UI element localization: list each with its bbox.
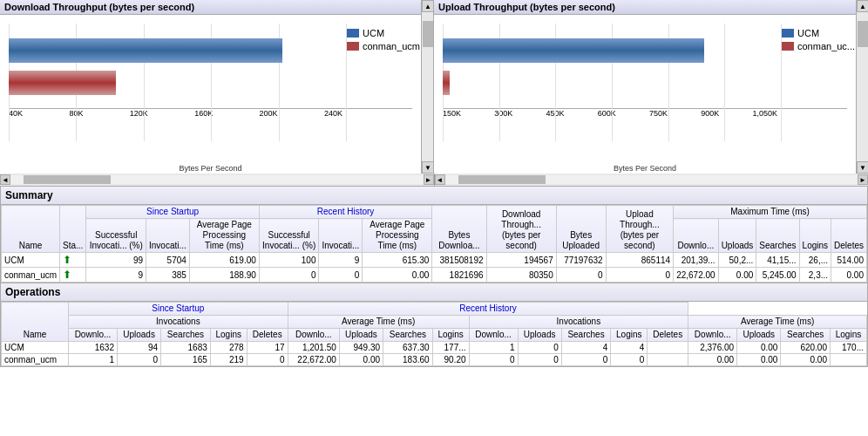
left-hscroll-track	[10, 175, 424, 184]
left-conman-bar	[9, 71, 116, 95]
summary-row-conman: conman_ucm ⬆ 9 385 188.90 0 0 0.00 18216…	[2, 268, 867, 283]
ops-col-rh-inv-login: Logins	[611, 329, 648, 342]
summary-group-recent-history: Recent History	[259, 206, 431, 219]
summary-conman-ss-inv: 385	[146, 268, 190, 283]
ops-group-since-startup: Since Startup	[69, 303, 288, 316]
ops-conman-name: conman_ucm	[2, 354, 69, 366]
summary-col-rh-succ: Successful Invocati... (%)	[259, 219, 319, 253]
summary-ucm-ss-succ: 99	[86, 253, 146, 268]
left-legend-ucm-color	[347, 29, 359, 37]
right-vscroll-down[interactable]: ▼	[857, 161, 868, 174]
ops-col-rh-inv-delete: Deletes	[648, 329, 688, 342]
right-legend-ucm-color	[782, 29, 794, 37]
ops-conman-ss-inv-dl: 1	[69, 354, 118, 366]
left-vscroll-up[interactable]: ▲	[422, 0, 434, 12]
ops-conman-rh-avg-ul: 0.00	[737, 354, 781, 366]
charts-container: Download Throughput (bytes per second)	[0, 0, 868, 174]
summary-conman-dl-throughput: 80350	[486, 268, 556, 283]
right-chart-title: Upload Throughput (bytes per second)	[434, 0, 856, 15]
summary-conman-max-search: 5,245.00	[756, 268, 799, 283]
left-ucm-bar-row	[9, 37, 342, 65]
left-chart-subtitle: Bytes Per Second	[0, 163, 421, 174]
right-conman-bar	[443, 71, 450, 95]
right-vscroll-thumb[interactable]	[858, 21, 868, 47]
operations-header: Operations	[1, 283, 867, 302]
ops-ucm-ss-inv-ul: 94	[117, 342, 160, 354]
ops-conman-ss-inv-login: 219	[210, 354, 247, 366]
summary-ucm-name: UCM	[2, 253, 60, 268]
ops-ucm-ss-inv-delete: 17	[247, 342, 288, 354]
right-vscroll[interactable]: ▲ ▼	[856, 0, 868, 174]
ops-ucm-rh-inv-ul: 0	[518, 342, 561, 354]
ops-rh-avg-time-header: Average Time (ms)	[688, 316, 867, 329]
right-chart-subtitle: Bytes Per Second	[434, 163, 856, 174]
summary-col-dl-throughput: Download Through... (bytes per second)	[486, 206, 556, 253]
summary-col-status: Sta...	[60, 206, 86, 253]
ops-conman-rh-inv-delete	[648, 354, 688, 366]
left-chart-wrapper: Download Throughput (bytes per second)	[0, 0, 434, 174]
summary-ucm-rh-inv: 9	[319, 253, 363, 268]
left-vscroll-down[interactable]: ▼	[422, 161, 434, 174]
left-legend-conman: conman_ucm	[347, 41, 408, 51]
right-hscroll-left-btn[interactable]: ◄	[435, 174, 445, 185]
right-ucm-bar	[443, 38, 704, 63]
left-legend-conman-color	[347, 42, 359, 51]
ops-conman-ss-avg-search: 183.60	[383, 354, 433, 366]
summary-conman-max-dl: 22,672.00	[674, 268, 719, 283]
ops-conman-ss-inv-delete: 0	[247, 354, 288, 366]
ops-conman-ss-avg-login: 90.20	[432, 354, 469, 366]
ops-col-ss-inv-dl: Downlo...	[69, 329, 118, 342]
summary-col-max-login: Logins	[799, 219, 831, 253]
ops-col-rh-avg-search: Searches	[781, 329, 831, 342]
left-legend-conman-label: conman_ucm	[363, 41, 420, 51]
right-legend-conman: conman_uc...	[782, 41, 843, 51]
left-vscroll[interactable]: ▲ ▼	[421, 0, 433, 174]
ops-col-ss-avg-login: Logins	[432, 329, 469, 342]
ops-col-name: Name	[2, 303, 69, 342]
ops-ucm-rh-inv-login: 4	[611, 342, 648, 354]
summary-conman-ul-throughput: 0	[606, 268, 674, 283]
right-chart-wrapper: Upload Throughput (bytes per second)	[434, 0, 868, 174]
summary-ucm-max-dl: 201,39...	[674, 253, 719, 268]
main-container: Download Throughput (bytes per second)	[0, 0, 868, 367]
ops-row-conman: conman_ucm 1 0 165 219 0 22,672.00 0.00 …	[2, 354, 867, 366]
summary-col-rh-avg: Average Page Processing Time (ms)	[363, 219, 432, 253]
right-hscroll-thumb[interactable]	[458, 175, 546, 184]
right-hscroll-right-btn[interactable]: ►	[858, 174, 868, 185]
summary-group-max-time: Maximum Time (ms)	[674, 206, 867, 219]
left-hscroll-left-btn[interactable]: ◄	[0, 174, 10, 185]
left-hscroll-right-btn[interactable]: ►	[424, 174, 434, 185]
right-hscroll[interactable]: ◄ ►	[435, 174, 869, 185]
ops-ucm-rh-avg-dl: 2,376.00	[688, 342, 737, 354]
ops-ucm-ss-avg-search: 637.30	[383, 342, 433, 354]
left-hscroll-thumb[interactable]	[24, 175, 111, 184]
summary-conman-status: ⬆	[60, 268, 86, 283]
summary-col-max-ul: Uploads	[718, 219, 756, 253]
summary-group-since-startup: Since Startup	[86, 206, 259, 219]
left-chart-area: UCM conman_ucm 40K 80K	[0, 15, 421, 163]
summary-ucm-status: ⬆	[60, 253, 86, 268]
ops-col-ss-avg-ul: Uploads	[339, 329, 383, 342]
ops-ucm-rh-inv-search: 4	[561, 342, 611, 354]
right-vscroll-up[interactable]: ▲	[857, 0, 868, 12]
summary-ucm-ss-avg: 619.00	[189, 253, 259, 268]
ops-col-ss-inv-search: Searches	[161, 329, 211, 342]
left-legend-ucm: UCM	[347, 28, 408, 38]
ops-row-ucm: UCM 1632 94 1683 278 17 1,201.50 949.30 …	[2, 342, 867, 354]
ops-conman-rh-inv-login: 0	[611, 354, 648, 366]
summary-ucm-ss-inv: 5704	[146, 253, 190, 268]
ops-col-rh-inv-dl: Downlo...	[469, 329, 518, 342]
right-conman-bar-row	[443, 69, 777, 97]
summary-conman-rh-avg: 0.00	[363, 268, 432, 283]
ops-col-rh-avg-dl: Downlo...	[688, 329, 737, 342]
right-chart-inner: Upload Throughput (bytes per second)	[434, 0, 856, 174]
summary-conman-max-login: 2,3...	[799, 268, 831, 283]
right-chart: Upload Throughput (bytes per second)	[434, 0, 868, 174]
summary-col-rh-inv: Invocati...	[319, 219, 363, 253]
operations-section: Operations Name Since Startup Recent His…	[0, 283, 868, 367]
right-legend-ucm: UCM	[782, 28, 843, 38]
left-ucm-bar	[9, 38, 282, 63]
left-hscroll[interactable]: ◄ ►	[0, 174, 435, 185]
summary-ucm-dl-throughput: 194567	[486, 253, 556, 268]
left-vscroll-thumb[interactable]	[423, 21, 433, 47]
